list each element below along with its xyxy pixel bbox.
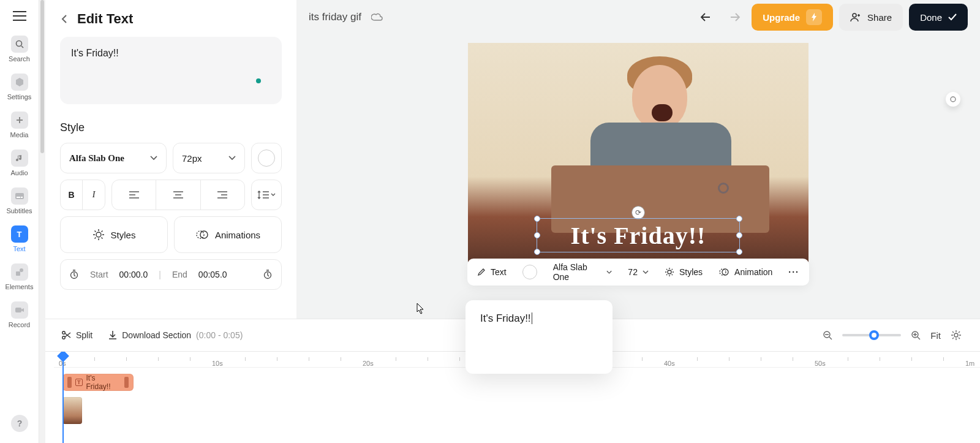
- ruler-label: 10s: [212, 360, 223, 367]
- italic-button[interactable]: I: [83, 180, 105, 210]
- rail-audio-label: Audio: [2, 169, 37, 176]
- tb-font-select[interactable]: Alfa Slab One: [549, 262, 616, 282]
- rail-scrollbar[interactable]: [39, 0, 45, 443]
- download-section-button[interactable]: Download Section (0:00 - 0:05): [108, 330, 243, 340]
- share-label: Share: [867, 12, 892, 23]
- resize-handle[interactable]: [534, 216, 540, 222]
- svg-rect-3: [17, 197, 20, 198]
- rail-settings[interactable]: Settings: [2, 74, 37, 100]
- svg-point-19: [62, 336, 65, 339]
- svg-rect-7: [15, 308, 21, 312]
- text-overlay-selection[interactable]: It's Friday!!: [537, 218, 740, 252]
- download-section-range: (0:00 - 0:05): [196, 330, 243, 340]
- resize-handle[interactable]: [534, 232, 540, 238]
- redo-button[interactable]: [726, 12, 741, 22]
- animation-icon: [718, 267, 729, 277]
- text-icon: T: [11, 225, 28, 243]
- clip-handle-left[interactable]: [67, 377, 72, 388]
- upgrade-button[interactable]: Upgrade: [752, 4, 833, 31]
- text-content-input[interactable]: It's Friday!!: [60, 37, 282, 104]
- timeline-settings-button[interactable]: [951, 330, 962, 341]
- svg-point-6: [20, 268, 23, 272]
- tb-animation-label: Animation: [734, 267, 772, 277]
- zoom-slider[interactable]: [842, 334, 901, 336]
- align-left-button[interactable]: [112, 180, 156, 210]
- svg-point-13: [853, 13, 856, 17]
- resize-handle[interactable]: [736, 249, 742, 255]
- resize-handle[interactable]: [534, 249, 540, 255]
- rotate-handle[interactable]: ⟳: [631, 206, 645, 219]
- brand-color-dot-icon: [256, 78, 261, 83]
- end-time-value: 00:05.0: [198, 270, 227, 279]
- clip-handle-right[interactable]: [124, 377, 129, 388]
- tb-styles-button[interactable]: Styles: [661, 267, 706, 277]
- floating-text-toolbar: Text Alfa Slab One 72 Styles Animation ·…: [467, 259, 809, 286]
- text-color-button[interactable]: [251, 143, 282, 173]
- project-title[interactable]: its friday gif: [309, 11, 361, 23]
- ruler-label: 40s: [664, 360, 675, 367]
- undo-button[interactable]: [700, 12, 715, 22]
- canvas-side-toggle[interactable]: [946, 92, 960, 107]
- video-preview[interactable]: ⟳ It's Friday!!: [468, 43, 809, 266]
- zoom-in-button[interactable]: [911, 330, 921, 340]
- rail-audio[interactable]: Audio: [2, 150, 37, 176]
- shapes-icon: [11, 263, 28, 281]
- split-button[interactable]: Split: [61, 330, 92, 340]
- style-section-label: Style: [60, 121, 282, 134]
- panel-title: Edit Text: [77, 11, 133, 27]
- svg-rect-5: [16, 271, 20, 276]
- stopwatch-icon: [69, 270, 79, 279]
- tb-more-button[interactable]: ···: [785, 267, 803, 277]
- start-label: Start: [90, 270, 108, 279]
- rail-search[interactable]: Search: [2, 36, 37, 62]
- rail-settings-label: Settings: [2, 93, 37, 100]
- rail-media[interactable]: Media: [2, 112, 37, 138]
- start-time-value: 00:00.0: [119, 270, 148, 279]
- rail-subtitles[interactable]: Subtitles: [2, 187, 37, 214]
- tb-animation-button[interactable]: Animation: [715, 267, 776, 277]
- sun-icon: [92, 229, 105, 241]
- chevron-down-icon: [643, 270, 649, 275]
- rail-search-label: Search: [2, 55, 37, 62]
- share-button[interactable]: Share: [839, 4, 903, 31]
- font-family-select[interactable]: Alfa Slab One: [60, 143, 167, 173]
- media-clip[interactable]: [62, 397, 82, 424]
- svg-rect-2: [15, 193, 24, 199]
- cloud-sync-icon[interactable]: [371, 13, 383, 21]
- font-size-value: 72px: [182, 153, 202, 164]
- fit-button[interactable]: Fit: [930, 330, 941, 341]
- resize-handle[interactable]: [736, 216, 742, 222]
- rail-media-label: Media: [2, 131, 37, 138]
- font-size-select[interactable]: 72px: [173, 143, 245, 173]
- done-button[interactable]: Done: [909, 4, 968, 31]
- tb-text-button[interactable]: Text: [473, 267, 510, 277]
- bold-button[interactable]: B: [61, 180, 83, 210]
- color-swatch-icon: [522, 265, 537, 279]
- resize-handle[interactable]: [736, 232, 742, 238]
- animations-button[interactable]: Animations: [174, 216, 282, 253]
- line-height-button[interactable]: [251, 180, 282, 210]
- animations-button-label: Animations: [215, 230, 260, 240]
- rail-record[interactable]: Record: [2, 301, 37, 328]
- chevron-down-icon: [150, 156, 157, 161]
- time-range-control[interactable]: Start 00:00.0 | End 00:05.0: [60, 259, 282, 290]
- styles-button[interactable]: Styles: [60, 216, 168, 253]
- rail-elements[interactable]: Elements: [2, 263, 37, 290]
- user-plus-icon: [850, 12, 861, 22]
- split-label: Split: [76, 330, 92, 340]
- ruler-label: 1m: [965, 360, 974, 367]
- canvas-area: ⟳ It's Friday!! Text Alfa Slab One 72 St…: [296, 34, 980, 317]
- tb-size-select[interactable]: 72: [624, 267, 652, 277]
- align-right-button[interactable]: [201, 180, 244, 210]
- zoom-out-button[interactable]: [823, 330, 832, 340]
- tb-size-value: 72: [628, 267, 638, 277]
- align-center-button[interactable]: [156, 180, 200, 210]
- rail-text[interactable]: T Text: [2, 225, 37, 252]
- inline-text-editor[interactable]: It's Friday!!: [466, 300, 612, 374]
- text-clip[interactable]: T It's Friday!!: [62, 374, 134, 391]
- hamburger-menu-icon[interactable]: [13, 11, 26, 21]
- back-button[interactable]: [60, 14, 70, 24]
- tb-color-button[interactable]: [519, 265, 541, 279]
- help-button[interactable]: ?: [11, 415, 28, 432]
- rail-elements-label: Elements: [2, 283, 37, 290]
